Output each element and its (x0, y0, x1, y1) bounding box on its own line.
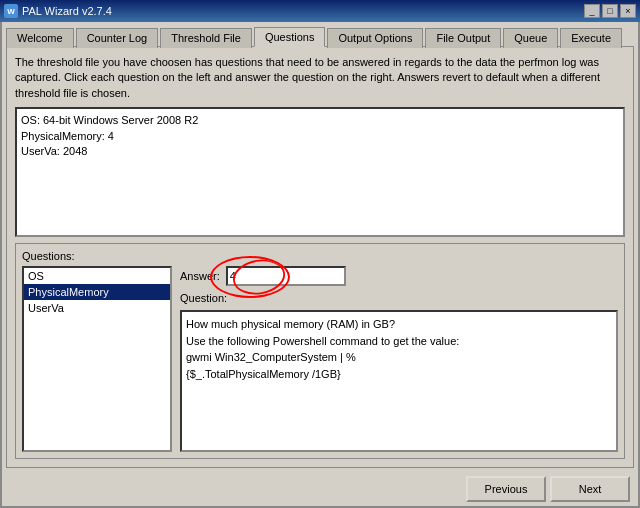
list-item-os[interactable]: OS (24, 268, 170, 284)
questions-body: OS PhysicalMemory UserVa Answer: (22, 266, 618, 452)
title-bar-left: W PAL Wizard v2.7.4 (4, 4, 112, 18)
info-box[interactable]: OS: 64-bit Windows Server 2008 R2 Physic… (15, 107, 625, 237)
question-text-line4: {$_.TotalPhysicalMemory /1GB} (186, 366, 612, 383)
nav-buttons: Previous Next (2, 472, 638, 506)
tab-welcome[interactable]: Welcome (6, 28, 74, 48)
info-line-3: UserVa: 2048 (21, 144, 619, 159)
tab-questions[interactable]: Questions (254, 27, 326, 47)
questions-label: Questions: (22, 250, 618, 262)
description-text: The threshold file you have choosen has … (15, 55, 625, 101)
answer-input[interactable] (226, 266, 346, 286)
questions-right: Answer: Question: How much physical memo… (180, 266, 618, 452)
tab-bar: Welcome Counter Log Threshold File Quest… (2, 22, 638, 46)
window-controls[interactable]: _ □ × (584, 4, 636, 18)
questions-section: Questions: OS PhysicalMemory UserVa Answ… (15, 243, 625, 459)
info-line-1: OS: 64-bit Windows Server 2008 R2 (21, 113, 619, 128)
next-button[interactable]: Next (550, 476, 630, 502)
tab-threshold-file[interactable]: Threshold File (160, 28, 252, 48)
question-label: Question: (180, 292, 618, 304)
tab-output-options[interactable]: Output Options (327, 28, 423, 48)
question-box: How much physical memory (RAM) in GB? Us… (180, 310, 618, 452)
maximize-button[interactable]: □ (602, 4, 618, 18)
main-window: Welcome Counter Log Threshold File Quest… (0, 22, 640, 508)
list-item-userva[interactable]: UserVa (24, 300, 170, 316)
question-text-line3: gwmi Win32_ComputerSystem | % (186, 349, 612, 366)
question-text: How much physical memory (RAM) in GB? (186, 316, 612, 333)
app-icon: W (4, 4, 18, 18)
tab-counter-log[interactable]: Counter Log (76, 28, 159, 48)
tab-queue[interactable]: Queue (503, 28, 558, 48)
app-title: PAL Wizard v2.7.4 (22, 5, 112, 17)
close-button[interactable]: × (620, 4, 636, 18)
question-text-line2: Use the following Powershell command to … (186, 333, 612, 350)
answer-label: Answer: (180, 270, 220, 282)
content-area: The threshold file you have choosen has … (6, 46, 634, 468)
previous-button[interactable]: Previous (466, 476, 546, 502)
info-line-2: PhysicalMemory: 4 (21, 129, 619, 144)
tab-file-output[interactable]: File Output (425, 28, 501, 48)
questions-list[interactable]: OS PhysicalMemory UserVa (22, 266, 172, 452)
tab-execute[interactable]: Execute (560, 28, 622, 48)
title-bar: W PAL Wizard v2.7.4 _ □ × (0, 0, 640, 22)
answer-row: Answer: (180, 266, 618, 286)
minimize-button[interactable]: _ (584, 4, 600, 18)
list-item-physical-memory[interactable]: PhysicalMemory (24, 284, 170, 300)
